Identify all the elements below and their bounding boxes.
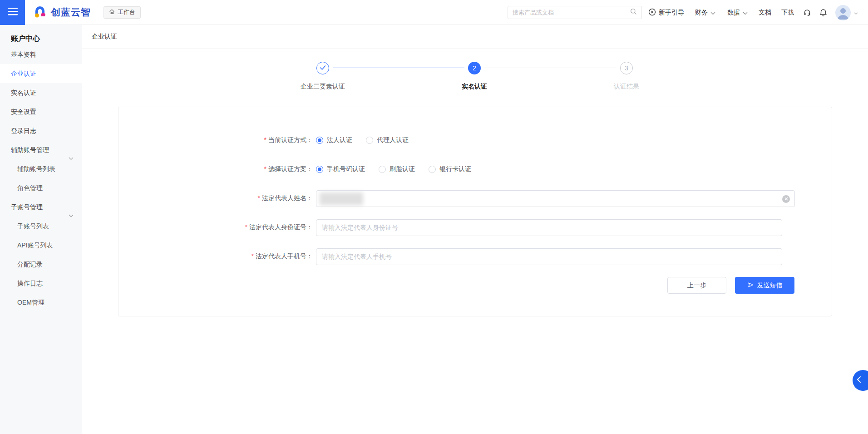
hamburger-menu-button[interactable] xyxy=(0,0,25,25)
form-row-legal-phone: *法定代表人手机号： xyxy=(118,242,832,271)
form-actions: 上一步 发送短信 xyxy=(118,277,832,294)
chevron-left-icon xyxy=(857,376,861,385)
send-icon xyxy=(747,281,754,290)
sidebar-item-operation-logs[interactable]: 操作日志 xyxy=(0,274,82,293)
required-mark: * xyxy=(264,165,266,173)
previous-step-button[interactable]: 上一步 xyxy=(667,277,726,294)
play-circle-icon xyxy=(648,8,656,17)
sidebar-item-security-settings[interactable]: 安全设置 xyxy=(0,102,82,121)
sidebar-item-basic-info[interactable]: 基本资料 xyxy=(0,45,82,64)
radio-selected-icon xyxy=(316,137,323,144)
radio-selected-icon xyxy=(316,166,323,173)
main-content: 企业认证 2 3 企业三要素认证 实名认证 认证结果 *当前认证方式： 法人认证… xyxy=(82,25,868,434)
home-icon xyxy=(109,9,115,16)
required-mark: * xyxy=(245,223,247,231)
stepper-step1-label: 企业三要素认证 xyxy=(273,83,373,91)
nav-finance[interactable]: 财务 xyxy=(695,9,715,17)
sidebar-item-enterprise-cert[interactable]: 企业认证 xyxy=(0,64,82,83)
form-row-auth-method: *当前认证方式： 法人认证 代理人认证 xyxy=(118,126,832,155)
required-mark: * xyxy=(258,194,260,202)
top-header: 创蓝云智 工作台 新手引导 财务 数据 xyxy=(0,0,868,25)
hamburger-icon xyxy=(8,8,18,17)
radio-bank-card-cert[interactable]: 银行卡认证 xyxy=(429,165,471,173)
check-icon xyxy=(319,64,326,72)
stepper-step3-label: 认证结果 xyxy=(577,83,676,91)
auth-method-label: 当前认证方式： xyxy=(268,136,313,143)
legal-name-label: 法定代表人姓名： xyxy=(262,194,313,202)
clear-input-icon[interactable] xyxy=(782,195,790,203)
form-row-legal-name: *法定代表人姓名： xyxy=(118,184,832,213)
workbench-button[interactable]: 工作台 xyxy=(104,6,141,19)
sidebar-item-api-account-list[interactable]: API账号列表 xyxy=(0,236,82,255)
radio-unselected-icon xyxy=(429,166,436,173)
breadcrumb-bar: 企业认证 xyxy=(82,25,868,49)
form-row-auth-scheme: *选择认证方案： 手机号码认证 刷脸认证 银行卡认证 xyxy=(118,155,832,184)
search-box xyxy=(508,6,642,19)
stepper-step2-label: 实名认证 xyxy=(424,83,524,91)
support-headset-icon[interactable] xyxy=(803,9,811,17)
required-mark: * xyxy=(252,252,254,260)
stepper-step3-circle: 3 xyxy=(620,62,633,74)
nav-docs[interactable]: 文档 xyxy=(759,9,771,17)
radio-unselected-icon xyxy=(366,137,373,144)
sidebar-group-aux-accounts[interactable]: 辅助账号管理 xyxy=(0,140,82,159)
send-sms-button[interactable]: 发送短信 xyxy=(735,277,794,294)
nav-data[interactable]: 数据 xyxy=(727,9,748,17)
chevron-down-icon xyxy=(710,9,715,16)
sidebar-item-sub-account-list[interactable]: 子账号列表 xyxy=(0,217,82,236)
sidebar: 账户中心 基本资料 企业认证 实名认证 安全设置 登录日志 辅助账号管理 辅助账… xyxy=(0,25,82,434)
header-nav: 新手引导 财务 数据 文档 下载 xyxy=(648,0,858,25)
avatar-chevron-down-icon[interactable] xyxy=(854,9,858,17)
logo-text: 创蓝云智 xyxy=(51,6,91,19)
search-input[interactable] xyxy=(513,9,630,16)
stepper-step2-circle: 2 xyxy=(468,62,481,74)
nav-download-label: 下载 xyxy=(781,9,794,17)
radio-phone-number-cert[interactable]: 手机号码认证 xyxy=(316,165,365,173)
legal-name-field[interactable] xyxy=(316,190,795,207)
legal-name-input[interactable] xyxy=(322,195,789,202)
sidebar-item-login-logs[interactable]: 登录日志 xyxy=(0,121,82,140)
legal-id-field[interactable] xyxy=(316,219,782,236)
redacted-name-value xyxy=(320,192,363,205)
nav-finance-label: 财务 xyxy=(695,9,708,17)
nav-data-label: 数据 xyxy=(727,9,740,17)
radio-face-cert[interactable]: 刷脸认证 xyxy=(379,165,415,173)
nav-docs-label: 文档 xyxy=(759,9,771,17)
sidebar-item-realname-cert[interactable]: 实名认证 xyxy=(0,83,82,102)
notification-bell-icon[interactable] xyxy=(819,9,827,17)
stepper-line-pending xyxy=(484,68,616,68)
sidebar-item-allocation-records[interactable]: 分配记录 xyxy=(0,255,82,274)
certification-form-card: *当前认证方式： 法人认证 代理人认证 *选择认证方案： 手机号码认证 xyxy=(118,107,832,316)
legal-id-label: 法定代表人身份证号： xyxy=(249,223,313,231)
legal-phone-field[interactable] xyxy=(316,248,782,265)
auth-scheme-label: 选择认证方案： xyxy=(268,165,313,173)
app-logo[interactable]: 创蓝云智 xyxy=(33,5,91,20)
legal-id-input[interactable] xyxy=(322,224,776,231)
radio-unselected-icon xyxy=(379,166,386,173)
sidebar-item-oem-management[interactable]: OEM管理 xyxy=(0,293,82,312)
search-icon[interactable] xyxy=(630,8,637,17)
breadcrumb: 企业认证 xyxy=(92,33,117,41)
stepper-step1-circle xyxy=(316,62,329,74)
user-avatar[interactable] xyxy=(835,5,851,20)
chevron-down-icon xyxy=(743,9,748,16)
form-row-legal-id: *法定代表人身份证号： xyxy=(118,213,832,242)
radio-legal-person-cert[interactable]: 法人认证 xyxy=(316,136,352,144)
nav-download[interactable]: 下载 xyxy=(781,9,794,17)
logo-icon xyxy=(33,5,47,20)
stepper-line-done xyxy=(333,68,464,68)
required-mark: * xyxy=(264,136,266,143)
sidebar-item-role-management[interactable]: 角色管理 xyxy=(0,178,82,197)
radio-agent-cert[interactable]: 代理人认证 xyxy=(366,136,409,144)
nav-beginner-guide[interactable]: 新手引导 xyxy=(648,8,684,17)
legal-phone-input[interactable] xyxy=(322,253,776,260)
sidebar-title: 账户中心 xyxy=(0,25,82,45)
nav-guide-label: 新手引导 xyxy=(659,9,684,17)
legal-phone-label: 法定代表人手机号： xyxy=(256,252,313,260)
sidebar-item-aux-account-list[interactable]: 辅助账号列表 xyxy=(0,159,82,178)
sidebar-group-sub-accounts[interactable]: 子账号管理 xyxy=(0,197,82,217)
workbench-label: 工作台 xyxy=(118,8,135,16)
